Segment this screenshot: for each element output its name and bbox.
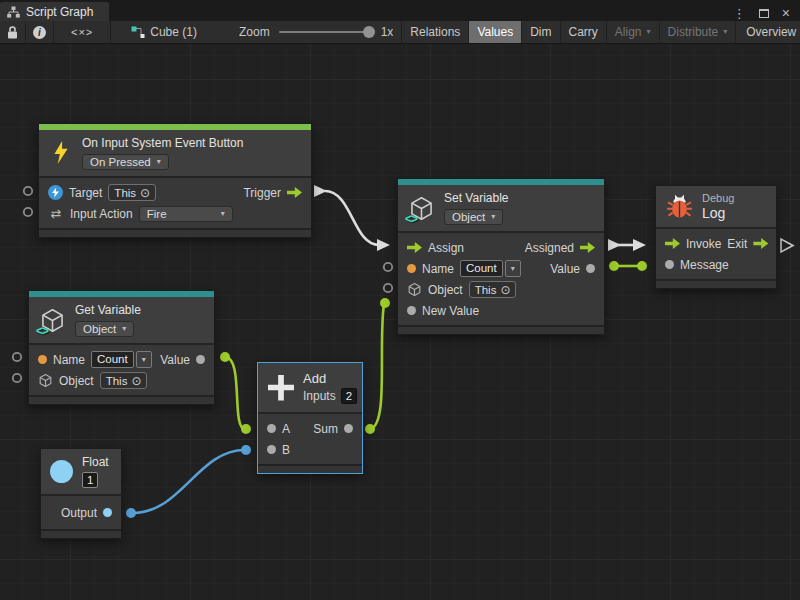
- tab-bar: Script Graph ⋮ ×: [0, 0, 800, 21]
- name-value[interactable]: Count: [460, 260, 503, 277]
- new-value-port[interactable]: [407, 306, 416, 315]
- info-button[interactable]: i: [26, 21, 54, 43]
- distribute-label: Distribute: [668, 25, 719, 39]
- input-action-dropdown[interactable]: Fire ▾: [139, 206, 233, 222]
- name-port[interactable]: [38, 355, 47, 364]
- object-port-label: Object: [59, 374, 94, 388]
- exit-wire-stub[interactable]: [781, 239, 793, 252]
- graph-asset-icon: [131, 26, 145, 39]
- invoke-flow-port[interactable]: [665, 238, 680, 249]
- wire-assigned-to-invoke[interactable]: [608, 239, 646, 251]
- chevron-down-icon: ▾: [157, 158, 161, 166]
- node-footer: [258, 464, 362, 473]
- object-picker-icon[interactable]: ⊙: [131, 375, 141, 387]
- carry-label: Carry: [569, 25, 598, 39]
- node-category: Debug: [702, 192, 734, 205]
- name-dropdown-button[interactable]: ▾: [136, 351, 152, 368]
- trigger-flow-port[interactable]: [287, 187, 302, 198]
- name-dropdown[interactable]: Count ▾: [91, 351, 152, 368]
- zoom-value: 1x: [381, 25, 394, 39]
- variable-kind-dropdown[interactable]: Object ▾: [75, 321, 134, 337]
- values-label: Values: [477, 25, 513, 39]
- b-port[interactable]: [267, 445, 276, 454]
- object-picker-icon[interactable]: ⊙: [140, 187, 150, 199]
- lock-icon: [7, 26, 18, 39]
- value-port[interactable]: [586, 264, 595, 273]
- wire-getvalue-to-add-a[interactable]: [220, 352, 251, 434]
- menu-kebab-icon[interactable]: ⋮: [733, 6, 746, 21]
- port-ring-set-object[interactable]: [384, 284, 392, 292]
- value-port-label: Value: [550, 262, 580, 276]
- port-ring-get-name[interactable]: [13, 353, 21, 361]
- values-button[interactable]: Values: [469, 21, 522, 43]
- window-controls: ⋮ ×: [723, 5, 800, 21]
- object-value: This: [475, 284, 497, 296]
- wire-float-to-add-b[interactable]: [126, 445, 251, 518]
- node-add[interactable]: Add Inputs 2 A Sum: [257, 362, 363, 474]
- graph-canvas[interactable]: On Input System Event Button On Pressed …: [0, 44, 800, 600]
- assign-flow-port[interactable]: [407, 242, 422, 253]
- object-chip[interactable]: This ⊙: [469, 281, 517, 298]
- maximize-icon[interactable]: [759, 9, 769, 18]
- object-picker-icon[interactable]: ⊙: [500, 284, 510, 296]
- overview-button[interactable]: Overview: [738, 21, 800, 43]
- graph-asset-breadcrumb[interactable]: Cube (1): [123, 21, 205, 43]
- relations-button[interactable]: Relations: [402, 21, 469, 43]
- port-ring-event-inputaction[interactable]: [24, 208, 32, 216]
- chevron-down-icon: ▾: [122, 325, 126, 333]
- zoom-slider[interactable]: [279, 31, 372, 33]
- name-value[interactable]: Count: [91, 351, 134, 368]
- node-on-input-system-event-button[interactable]: On Input System Event Button On Pressed …: [38, 123, 312, 238]
- carry-button[interactable]: Carry: [561, 21, 607, 43]
- assign-port-label: Assign: [428, 241, 464, 255]
- node-title: Float: [82, 455, 109, 470]
- message-port-label: Message: [680, 258, 729, 272]
- new-value-port-label: New Value: [422, 304, 479, 318]
- insert-unit-button[interactable]: <×>: [54, 21, 111, 43]
- object-value: This: [106, 375, 128, 387]
- graph-toolbar: i <×> Cube (1) Zoom 1x Relations Values …: [0, 21, 800, 44]
- name-dropdown[interactable]: Count ▾: [460, 260, 521, 277]
- node-footer: [29, 395, 214, 404]
- zoom-slider-knob[interactable]: [363, 26, 375, 38]
- assigned-flow-port[interactable]: [580, 242, 595, 253]
- node-debug-log[interactable]: Debug Log Invoke Exit Message: [655, 185, 777, 289]
- align-dropdown[interactable]: Align▾: [607, 21, 660, 43]
- port-ring-set-name[interactable]: [384, 263, 392, 271]
- b-port-label: B: [282, 443, 290, 457]
- tab-title: Script Graph: [26, 5, 93, 19]
- output-port[interactable]: [103, 508, 112, 517]
- value-port[interactable]: [196, 355, 205, 364]
- dim-button[interactable]: Dim: [522, 21, 560, 43]
- wire-sum-to-newvalue[interactable]: [365, 298, 390, 434]
- inputs-count-field[interactable]: 2: [341, 388, 357, 404]
- close-icon[interactable]: ×: [782, 5, 790, 21]
- exit-flow-port[interactable]: [753, 238, 768, 249]
- chevron-down-icon: ▾: [647, 28, 651, 36]
- wire-trigger-to-assign[interactable]: [314, 185, 390, 251]
- wire-value-to-message[interactable]: [609, 261, 647, 271]
- input-action-icon: ⇄: [48, 206, 64, 221]
- input-action-port-label: Input Action: [70, 207, 133, 221]
- node-set-variable[interactable]: <> Set Variable Object ▾ Assign Assigned: [397, 178, 605, 335]
- object-chip[interactable]: This ⊙: [100, 372, 148, 389]
- sum-port[interactable]: [344, 424, 353, 433]
- tab-script-graph[interactable]: Script Graph: [0, 2, 109, 21]
- name-port[interactable]: [407, 264, 416, 273]
- event-mode-dropdown[interactable]: On Pressed ▾: [82, 154, 169, 170]
- node-title: Set Variable: [444, 191, 508, 206]
- port-ring-get-object[interactable]: [13, 374, 21, 382]
- node-float[interactable]: Float 1 Output: [40, 448, 122, 539]
- distribute-dropdown[interactable]: Distribute▾: [660, 21, 737, 43]
- trigger-port-label: Trigger: [243, 186, 281, 200]
- message-port[interactable]: [665, 260, 674, 269]
- a-port[interactable]: [267, 424, 276, 433]
- name-dropdown-button[interactable]: ▾: [505, 260, 521, 277]
- target-object-chip[interactable]: This ⊙: [108, 184, 156, 201]
- node-get-variable[interactable]: <> Get Variable Object ▾ Name Count ▾: [28, 290, 215, 405]
- variable-kind-dropdown[interactable]: Object ▾: [444, 209, 503, 225]
- lock-button[interactable]: [0, 21, 26, 43]
- value-port-label: Value: [160, 353, 190, 367]
- port-ring-event-target[interactable]: [24, 187, 32, 195]
- float-value-field[interactable]: 1: [82, 472, 98, 488]
